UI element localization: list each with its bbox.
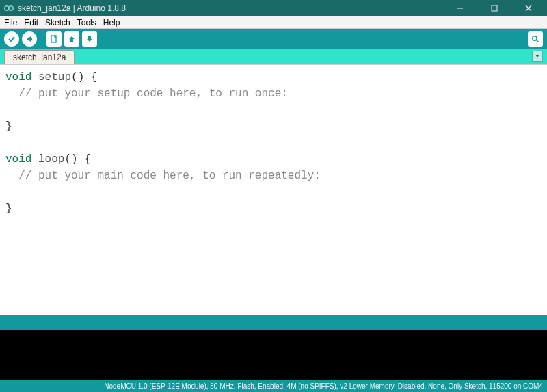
svg-marker-8 (69, 36, 75, 42)
save-button[interactable] (82, 31, 97, 47)
maximize-button[interactable] (484, 0, 505, 16)
svg-point-10 (533, 36, 537, 40)
tab-strip: sketch_jan12a (0, 49, 547, 64)
minimize-button[interactable] (450, 0, 470, 16)
new-button[interactable] (46, 31, 62, 47)
tab-sketch[interactable]: sketch_jan12a (4, 50, 75, 64)
tab-menu-button[interactable] (532, 51, 543, 62)
svg-marker-6 (27, 36, 32, 42)
board-status-text: NodeMCU 1.0 (ESP-12E Module), 80 MHz, Fl… (104, 382, 543, 390)
arduino-logo-icon (4, 3, 14, 13)
toolbar (0, 29, 547, 49)
menubar: File Edit Sketch Tools Help (0, 16, 547, 29)
titlebar: sketch_jan12a | Arduino 1.8.8 (0, 0, 547, 16)
svg-marker-12 (535, 55, 539, 57)
menu-sketch[interactable]: Sketch (44, 17, 72, 28)
statusbar: NodeMCU 1.0 (ESP-12E Module), 80 MHz, Fl… (0, 380, 547, 392)
menu-help[interactable]: Help (102, 17, 122, 28)
svg-line-11 (537, 40, 539, 42)
svg-marker-9 (87, 36, 92, 42)
upload-button[interactable] (22, 31, 37, 47)
code-editor[interactable]: void setup() { // put your setup code he… (0, 64, 547, 315)
window-title: sketch_jan12a | Arduino 1.8.8 (18, 3, 450, 13)
open-button[interactable] (64, 31, 79, 47)
menu-edit[interactable]: Edit (23, 17, 40, 28)
svg-rect-3 (492, 5, 497, 11)
serial-monitor-button[interactable] (528, 31, 543, 47)
menu-file[interactable]: File (3, 17, 18, 28)
window-controls (450, 0, 539, 16)
menu-tools[interactable]: Tools (76, 17, 98, 28)
close-button[interactable] (518, 0, 539, 16)
console-output[interactable] (0, 330, 547, 380)
status-divider (0, 315, 547, 330)
verify-button[interactable] (4, 31, 19, 47)
